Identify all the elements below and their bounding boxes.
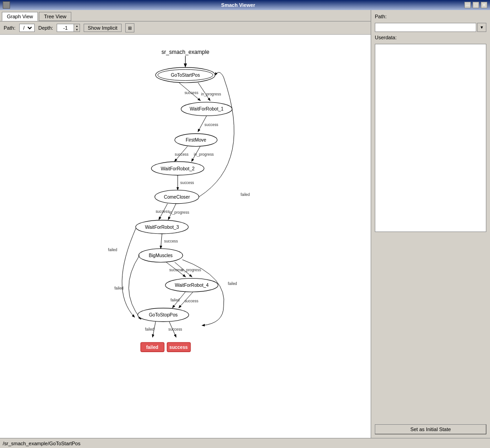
svg-text:success: success — [169, 345, 188, 350]
userdata-label: Userdata: — [375, 35, 486, 40]
svg-text:in_progress: in_progress — [194, 152, 214, 157]
svg-text:success: success — [155, 209, 169, 214]
right-path-input[interactable] — [375, 23, 476, 32]
userdata-area — [375, 44, 486, 232]
svg-text:failed: failed — [146, 345, 159, 350]
status-text: /sr_smach_example/GoToStartPos — [3, 441, 80, 446]
svg-text:in_progress: in_progress — [169, 210, 189, 215]
svg-text:WaitForRobot_2: WaitForRobot_2 — [161, 166, 195, 171]
svg-text:success: success — [204, 122, 218, 127]
svg-text:WaitForRobot_4: WaitForRobot_4 — [175, 283, 208, 288]
spinner-down-button[interactable]: ▼ — [74, 28, 80, 32]
svg-text:failed: failed — [170, 298, 180, 302]
tabs-bar: Graph View Tree View — [0, 10, 371, 21]
path-label: Path: — [4, 25, 16, 31]
maximize-button[interactable]: □ — [473, 2, 479, 8]
right-path-row: ▼ — [375, 23, 486, 32]
svg-text:failed: failed — [145, 327, 154, 332]
window-icon — [3, 1, 10, 9]
titlebar-title: Smach Viewer — [12, 2, 464, 8]
path-selector[interactable]: / — [19, 24, 35, 32]
svg-text:WaitForRobot_1: WaitForRobot_1 — [190, 106, 224, 111]
spinner-buttons: ▲ ▼ — [74, 24, 80, 32]
close-button[interactable]: ✕ — [481, 2, 487, 8]
tab-graph-view[interactable]: Graph View — [2, 12, 38, 21]
show-implicit-button[interactable]: Show Implicit — [84, 24, 122, 32]
svg-text:success: success — [185, 299, 198, 303]
svg-text:in_progress: in_progress — [181, 268, 201, 272]
statusbar: /sr_smach_example/GoToStartPos — [0, 438, 490, 448]
svg-text:BigMuscles: BigMuscles — [149, 253, 172, 258]
svg-text:success: success — [180, 180, 194, 185]
svg-text:failed: failed — [240, 192, 250, 197]
left-panel: Graph View Tree View Path: / Depth: ▲ ▼ … — [0, 10, 371, 438]
svg-line-31 — [161, 234, 162, 248]
path-select-input[interactable]: / — [21, 25, 33, 31]
graph-area[interactable]: sr_smach_example GoToStartPos success in… — [0, 35, 371, 438]
svg-text:WaitForRobot_3: WaitForRobot_3 — [145, 225, 179, 230]
svg-text:success: success — [168, 327, 182, 332]
depth-spinner[interactable]: ▲ ▼ — [57, 24, 80, 32]
path-section-label: Path: — [375, 14, 486, 19]
titlebar-controls: — □ ✕ — [464, 2, 487, 8]
spinner-up-button[interactable]: ▲ — [74, 24, 80, 28]
right-panel: Path: ▼ Userdata: Set as Initial State — [371, 10, 490, 438]
titlebar-left — [3, 1, 12, 9]
svg-text:in_progress: in_progress — [201, 92, 221, 96]
svg-text:success: success — [175, 152, 188, 157]
toolbar: Path: / Depth: ▲ ▼ Show Implicit ⊞ — [0, 21, 371, 35]
svg-text:failed: failed — [108, 248, 117, 252]
titlebar: Smach Viewer — □ ✕ — [0, 0, 490, 10]
main-container: Graph View Tree View Path: / Depth: ▲ ▼ … — [0, 10, 490, 438]
grid-button[interactable]: ⊞ — [125, 23, 134, 32]
svg-text:failed: failed — [114, 286, 123, 290]
svg-text:FirstMove: FirstMove — [186, 137, 206, 142]
graph-title: sr_smach_example — [161, 49, 209, 55]
graph-svg: sr_smach_example GoToStartPos success in… — [0, 35, 371, 438]
svg-text:GoToStartPos: GoToStartPos — [171, 73, 200, 78]
svg-text:success: success — [164, 239, 178, 243]
svg-text:success: success — [185, 90, 198, 95]
svg-text:failed: failed — [228, 281, 237, 286]
set-initial-state-button[interactable]: Set as Initial State — [375, 424, 486, 434]
depth-input[interactable] — [57, 25, 74, 31]
path-dropdown-button[interactable]: ▼ — [477, 23, 486, 32]
tab-tree-view[interactable]: Tree View — [39, 12, 71, 21]
minimize-button[interactable]: — — [464, 2, 471, 8]
depth-label: Depth: — [38, 25, 53, 31]
svg-text:GoToStopPos: GoToStopPos — [149, 312, 178, 317]
svg-text:ComeCloser: ComeCloser — [164, 195, 190, 200]
